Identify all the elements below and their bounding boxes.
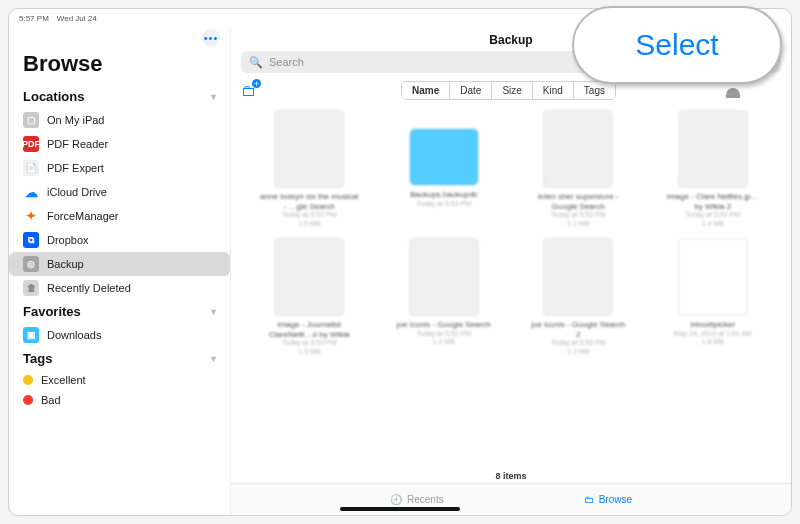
section-label: Favorites xyxy=(23,304,81,319)
file-date: Today at 5:53 PM xyxy=(282,339,336,347)
section-tags[interactable]: Tags ▾ xyxy=(9,347,230,370)
file-thumbnail xyxy=(543,110,613,188)
file-thumbnail xyxy=(678,110,748,188)
select-button[interactable]: Select xyxy=(635,28,718,62)
section-locations[interactable]: Locations ▾ xyxy=(9,85,230,108)
sidebar-tag-bad[interactable]: Bad xyxy=(9,390,230,410)
sidebar-item-backup[interactable]: ◎ Backup xyxy=(9,252,230,276)
file-date: Today at 5:52 PM xyxy=(551,211,605,219)
dropbox-icon: ⧉ xyxy=(23,232,39,248)
file-thumbnail xyxy=(409,238,479,316)
file-item[interactable]: joe iconis - Google Search 2Today at 5:5… xyxy=(518,238,639,356)
file-date: Today at 5:52 PM xyxy=(686,211,740,219)
tab-label: Recents xyxy=(407,494,444,505)
ipad-icon: ▢ xyxy=(23,112,39,128)
sidebar-item-label: iCloud Drive xyxy=(47,186,107,198)
sidebar-item-downloads[interactable]: ▣ Downloads xyxy=(9,323,230,347)
sidebar-item-dropbox[interactable]: ⧉ Dropbox xyxy=(9,228,230,252)
sidebar-item-on-my-ipad[interactable]: ▢ On My iPad xyxy=(9,108,230,132)
file-size: 1.2 MB xyxy=(567,348,589,356)
sidebar-item-pdf-reader[interactable]: PDF PDF Reader xyxy=(9,132,230,156)
clock-icon: 🕘 xyxy=(390,494,402,505)
sidebar-item-label: ForceManager xyxy=(47,210,119,222)
file-name: joe iconis - Google Search xyxy=(397,320,491,330)
folder-icon: ▣ xyxy=(23,327,39,343)
sidebar-item-label: PDF Expert xyxy=(47,162,104,174)
sidebar-item-label: Downloads xyxy=(47,329,101,341)
sidebar-item-label: Excellent xyxy=(41,374,86,386)
trash-icon: 🗑 xyxy=(23,280,39,296)
tab-label: Browse xyxy=(599,494,632,505)
sidebar-tag-excellent[interactable]: Excellent xyxy=(9,370,230,390)
sort-kind[interactable]: Kind xyxy=(533,82,574,99)
view-knob xyxy=(726,88,740,98)
section-label: Locations xyxy=(23,89,84,104)
chevron-down-icon: ▾ xyxy=(211,91,216,102)
new-folder-button[interactable]: 🗀+ xyxy=(241,82,256,99)
pdf-reader-icon: PDF xyxy=(23,136,39,152)
cloud-icon: ☁︎ xyxy=(23,184,39,200)
home-indicator[interactable] xyxy=(340,507,460,511)
file-date: Today at 5:52 PM xyxy=(551,339,605,347)
file-item[interactable]: Backups.backupdbToday at 5:53 PM xyxy=(384,110,505,228)
sidebar-item-recently-deleted[interactable]: 🗑 Recently Deleted xyxy=(9,276,230,300)
sidebar-item-label: Recently Deleted xyxy=(47,282,131,294)
file-date: Today at 5:53 PM xyxy=(282,211,336,219)
sidebar-item-label: On My iPad xyxy=(47,114,104,126)
chevron-down-icon: ▾ xyxy=(211,353,216,364)
file-item[interactable]: Image - Journalist ClareNettl…d by Wikia… xyxy=(249,238,370,356)
sidebar-item-label: PDF Reader xyxy=(47,138,108,150)
file-item[interactable]: joe iconis - Google SearchToday at 5:52 … xyxy=(384,238,505,356)
sidebar-item-forcemanager[interactable]: ✦ ForceManager xyxy=(9,204,230,228)
sort-size[interactable]: Size xyxy=(492,82,532,99)
file-name: anne boleyn six the musical - …gle Searc… xyxy=(259,192,359,211)
sidebar-item-icloud-drive[interactable]: ☁︎ iCloud Drive xyxy=(9,180,230,204)
tab-browse[interactable]: 🗀 Browse xyxy=(584,494,632,505)
folder-icon xyxy=(409,128,479,186)
disk-icon: ◎ xyxy=(23,256,39,272)
file-date: May 28, 2019 at 1:01 AM xyxy=(674,330,752,338)
file-date: Today at 5:53 PM xyxy=(417,200,471,208)
sidebar-item-label: Dropbox xyxy=(47,234,89,246)
file-name: Image - Journalist ClareNettl…d by Wikia xyxy=(259,320,359,339)
search-icon: 🔍 xyxy=(249,56,263,69)
file-thumbnail xyxy=(274,238,344,316)
item-count: 8 items xyxy=(231,467,791,483)
more-options-button[interactable]: ••• xyxy=(202,29,220,47)
sort-tags[interactable]: Tags xyxy=(574,82,615,99)
section-label: Tags xyxy=(23,351,52,366)
sort-date[interactable]: Date xyxy=(450,82,492,99)
sort-name[interactable]: Name xyxy=(402,82,450,99)
file-name: joe iconis - Google Search 2 xyxy=(528,320,628,339)
tab-bar: 🕘 Recents 🗀 Browse xyxy=(231,483,791,515)
sidebar: ••• Browse Locations ▾ ▢ On My iPad PDF … xyxy=(9,27,231,515)
tag-dot-icon xyxy=(23,395,33,405)
status-time: 5:57 PM xyxy=(19,14,49,23)
file-size: 1.8 MB xyxy=(702,338,724,346)
sidebar-item-pdf-expert[interactable]: 📄 PDF Expert xyxy=(9,156,230,180)
file-size: 1.2 MB xyxy=(433,338,455,346)
folder-icon: 🗀 xyxy=(584,494,594,505)
sort-segmented-control[interactable]: Name Date Size Kind Tags xyxy=(401,81,616,100)
file-grid: anne boleyn six the musical - …gle Searc… xyxy=(231,104,791,467)
sidebar-title: Browse xyxy=(9,51,230,85)
file-date: Today at 5:52 PM xyxy=(417,330,471,338)
file-size: 1.1 MB xyxy=(567,220,589,228)
file-item[interactable]: Image - Clare Nettles.jp…by Wikia 2Today… xyxy=(653,110,774,228)
file-size: 1.3 MB xyxy=(298,348,320,356)
tab-recents[interactable]: 🕘 Recents xyxy=(390,494,444,505)
section-favorites[interactable]: Favorites ▾ xyxy=(9,300,230,323)
file-item[interactable]: InboxtipickerMay 28, 2019 at 1:01 AM1.8 … xyxy=(653,238,774,356)
pdf-expert-icon: 📄 xyxy=(23,160,39,176)
search-placeholder: Search xyxy=(269,56,304,68)
sidebar-item-label: Bad xyxy=(41,394,61,406)
file-size: 1.5 MB xyxy=(298,220,320,228)
file-thumbnail xyxy=(543,238,613,316)
tag-dot-icon xyxy=(23,375,33,385)
file-name: Image - Clare Nettles.jp…by Wikia 2 xyxy=(663,192,763,211)
select-callout[interactable]: Select xyxy=(572,6,782,84)
chevron-down-icon: ▾ xyxy=(211,306,216,317)
content-area: Backup 🔍 Search 🗀+ Name Date Size Kind T… xyxy=(231,27,791,515)
file-item[interactable]: eden sher superstore - Google SearchToda… xyxy=(518,110,639,228)
file-item[interactable]: anne boleyn six the musical - …gle Searc… xyxy=(249,110,370,228)
